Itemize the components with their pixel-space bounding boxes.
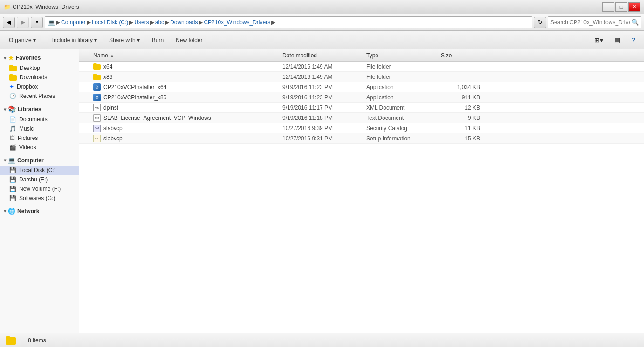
sidebar-item-darshu-e[interactable]: 💾 Darshu (E:): [0, 175, 79, 184]
breadcrumb-downloads[interactable]: Downloads: [170, 19, 198, 26]
sidebar-item-pictures[interactable]: 🖼 Pictures: [0, 133, 79, 143]
sidebar-item-local-disk-c[interactable]: 💾 Local Disk (C:): [0, 166, 79, 175]
folder-icon: [93, 63, 101, 70]
computer-icon: 💻: [8, 157, 15, 164]
music-icon: 🎵: [9, 125, 16, 132]
close-button[interactable]: ✕: [628, 2, 640, 12]
file-name-col: x64: [79, 63, 280, 70]
sidebar-item-videos[interactable]: 🎬 Videos: [0, 143, 79, 152]
file-row[interactable]: ⚙ CP210xVCPInstaller_x86 9/19/2016 11:23…: [79, 92, 644, 103]
sidebar-section-computer[interactable]: ▾ 💻 Computer: [0, 155, 79, 166]
col-header-date[interactable]: Date modified: [280, 52, 363, 59]
downloads-icon: [9, 74, 17, 81]
search-icon: 🔍: [631, 19, 639, 26]
file-type-col: XML Document: [363, 104, 438, 111]
desktop-label: Desktop: [20, 65, 40, 71]
sidebar-item-downloads[interactable]: Downloads: [0, 73, 79, 82]
network-arrow: ▾: [4, 208, 6, 214]
window-icon: 📁: [4, 4, 11, 10]
txt-icon: TXT: [93, 114, 101, 122]
file-name: x86: [103, 74, 112, 80]
network-icon: 🌐: [8, 208, 15, 215]
file-type-col: Setup Information: [363, 135, 438, 142]
recent-places-icon: 🕐: [9, 93, 16, 99]
new-volume-f-label: New Volume (F:): [19, 186, 61, 192]
col-header-size[interactable]: Size: [438, 52, 485, 59]
file-row[interactable]: INF slabvcp 10/27/2016 9:31 PM Setup Inf…: [79, 133, 644, 144]
file-type-col: File folder: [363, 74, 438, 80]
sidebar-section-libraries[interactable]: ▾ 📚 Libraries: [0, 104, 79, 115]
share-with-label: Share with: [109, 37, 136, 43]
videos-label: Videos: [19, 144, 36, 151]
file-date-col: 12/14/2016 1:49 AM: [280, 63, 363, 70]
sidebar-item-documents[interactable]: 📄 Documents: [0, 115, 79, 124]
organize-button[interactable]: Organize ▾: [4, 33, 41, 47]
new-volume-f-icon: 💾: [9, 186, 16, 192]
recent-places-label: Recent Places: [19, 93, 55, 99]
file-date-col: 9/19/2016 11:23 PM: [280, 84, 363, 90]
file-type-col: Application: [363, 84, 438, 90]
sidebar-item-desktop[interactable]: Desktop: [0, 63, 79, 73]
col-date-label: Date modified: [282, 52, 317, 59]
breadcrumb-bar[interactable]: 💻 ▶ Computer ▶ Local Disk (C:) ▶ Users ▶…: [45, 16, 532, 28]
breadcrumb-computer-label[interactable]: Computer: [61, 19, 86, 26]
softwares-g-icon: 💾: [9, 195, 16, 201]
sidebar-item-dropbox[interactable]: ✦ Dropbox: [0, 82, 79, 91]
col-header-name[interactable]: Name ▲: [79, 52, 280, 59]
breadcrumb-abc[interactable]: abc: [155, 19, 164, 26]
sidebar-item-softwares-g[interactable]: 💾 Softwares (G:): [0, 194, 79, 203]
breadcrumb-users[interactable]: Users: [134, 19, 149, 26]
file-type-col: Text Document: [363, 115, 438, 121]
new-folder-button[interactable]: New folder: [171, 33, 207, 47]
file-row[interactable]: x64 12/14/2016 1:49 AM File folder: [79, 62, 644, 72]
title-bar: 📁 CP210x_Windows_Drivers ─ □ ✕: [0, 0, 644, 14]
burn-button[interactable]: Burn: [147, 33, 169, 47]
sidebar-item-recent-places[interactable]: 🕐 Recent Places: [0, 91, 79, 101]
file-row[interactable]: XML dpinst 9/19/2016 11:17 PM XML Docume…: [79, 103, 644, 113]
file-type-col: Application: [363, 94, 438, 101]
share-with-button[interactable]: Share with ▾: [104, 33, 145, 47]
forward-button[interactable]: ▶: [17, 17, 29, 28]
breadcrumb-local-disk[interactable]: Local Disk (C:): [92, 19, 129, 26]
file-date-col: 9/19/2016 11:17 PM: [280, 104, 363, 111]
sidebar-item-music[interactable]: 🎵 Music: [0, 124, 79, 133]
breadcrumb-computer[interactable]: 💻: [48, 19, 55, 26]
refresh-button[interactable]: ↻: [534, 17, 546, 28]
recent-locations-button[interactable]: ▾: [31, 17, 43, 28]
inf-icon: INF: [93, 135, 101, 142]
file-name-col: ⚙ CP210xVCPInstaller_x64: [79, 83, 280, 91]
sidebar-section-network[interactable]: ▾ 🌐 Network: [0, 206, 79, 216]
file-row[interactable]: ⚙ CP210xVCPInstaller_x64 9/19/2016 11:23…: [79, 82, 644, 92]
help-button[interactable]: ?: [626, 33, 640, 47]
address-bar: ◀ ▶ ▾ 💻 ▶ Computer ▶ Local Disk (C:) ▶ U…: [0, 14, 644, 31]
local-disk-c-label: Local Disk (C:): [19, 167, 56, 174]
layout-button[interactable]: ▤: [609, 33, 625, 47]
cat-icon: CAT: [93, 125, 101, 132]
view-toggle-button[interactable]: ⊞▾: [589, 33, 608, 47]
file-name: dpinst: [103, 104, 118, 111]
videos-icon: 🎬: [9, 144, 16, 151]
minimize-button[interactable]: ─: [602, 2, 614, 12]
file-row[interactable]: TXT SLAB_License_Agreement_VCP_Windows 9…: [79, 113, 644, 123]
new-folder-label: New folder: [176, 37, 202, 43]
organize-dropdown-icon: ▾: [33, 37, 36, 43]
file-date-col: 9/19/2016 11:18 PM: [280, 115, 363, 121]
downloads-label: Downloads: [20, 74, 47, 81]
back-button[interactable]: ◀: [3, 17, 15, 28]
sidebar-item-new-volume-f[interactable]: 💾 New Volume (F:): [0, 184, 79, 194]
toolbar-separator-1: [44, 35, 44, 46]
breadcrumb-cp210x[interactable]: CP210x_Windows_Drivers: [204, 19, 270, 26]
search-input[interactable]: [550, 19, 630, 26]
file-name-col: CAT slabvcp: [79, 125, 280, 132]
sidebar: ▾ ★ Favorites Desktop Downloads ✦ Dropbo…: [0, 49, 79, 333]
libraries-arrow: ▾: [4, 107, 6, 112]
search-bar[interactable]: 🔍: [548, 16, 641, 28]
file-type-col: File folder: [363, 63, 438, 70]
col-header-type[interactable]: Type: [363, 52, 438, 59]
sidebar-section-favorites[interactable]: ▾ ★ Favorites: [0, 52, 79, 63]
file-row[interactable]: CAT slabvcp 10/27/2016 9:39 PM Security …: [79, 123, 644, 133]
file-row[interactable]: x86 12/14/2016 1:49 AM File folder: [79, 72, 644, 82]
include-library-button[interactable]: Include in library ▾: [47, 33, 102, 47]
maximize-button[interactable]: □: [615, 2, 627, 12]
include-library-label: Include in library: [52, 37, 93, 43]
